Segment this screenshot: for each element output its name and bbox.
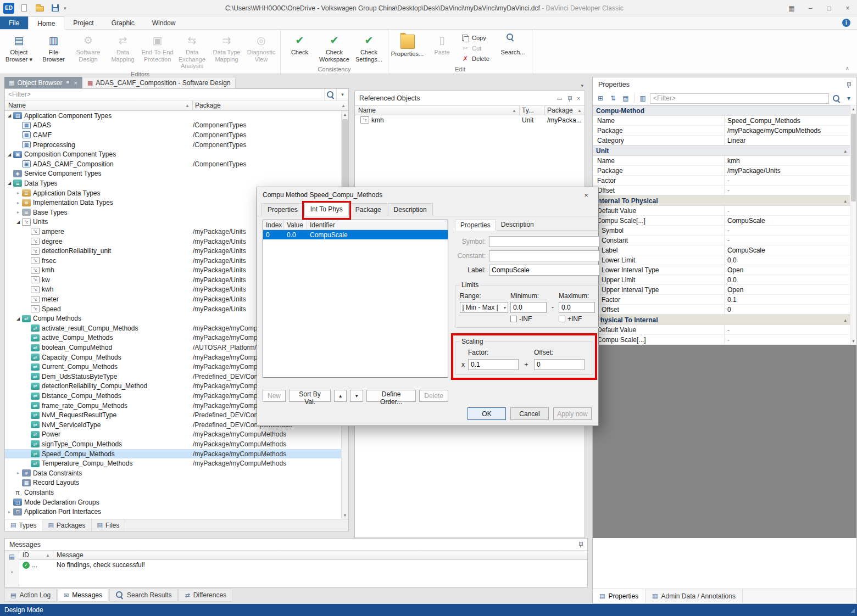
copy-button[interactable]: Copy	[461, 34, 493, 42]
output-tab-differences[interactable]: ⇄Differences	[179, 589, 232, 602]
property-value[interactable]: Linear	[725, 136, 850, 145]
ribbon-tab-file[interactable]: File	[0, 16, 28, 29]
property-value[interactable]: -	[725, 236, 850, 245]
tree-filter-input[interactable]: <Filter>	[5, 89, 324, 100]
minimum-input[interactable]	[510, 302, 547, 313]
maximum-input[interactable]	[559, 302, 595, 313]
scroll-up-icon[interactable]: ▲	[850, 105, 856, 113]
id-column-header[interactable]: ID ▲	[19, 551, 53, 559]
property-value[interactable]: /myPackage/myCompuMethods	[725, 126, 850, 135]
apply-button[interactable]: Apply now	[553, 407, 592, 420]
dialog-tab-int-to-phys[interactable]: Int To Phys	[304, 203, 349, 216]
open-file-icon[interactable]	[34, 3, 45, 14]
tree-item-preprocessing[interactable]: ▦Preprocessing/ComponentTypes	[5, 140, 341, 150]
value-column-header[interactable]: Value	[284, 220, 307, 229]
tree-item-application-component-types[interactable]: ◢▤Application Component Types	[5, 111, 341, 121]
tree-item-composition-component-types[interactable]: ◢▣Composition Component Types	[5, 149, 341, 159]
tree-item-adas-camf-composition[interactable]: ▣ADAS_CAMF_Composition/ComponentTypes	[5, 159, 341, 169]
filter-dropdown-icon[interactable]: ▾	[843, 93, 854, 104]
check-button[interactable]: ✔Check	[282, 31, 317, 57]
ribbon-collapse-icon[interactable]: ∧	[845, 65, 849, 71]
object-browser-button[interactable]: ▤ObjectBrowser ▾	[2, 31, 36, 64]
ref-type-column-header[interactable]: Ty...	[520, 106, 545, 115]
property-category-unit[interactable]: Unit▴	[593, 145, 850, 156]
delete-button[interactable]: Delete	[419, 390, 448, 402]
help-info-icon[interactable]: i	[842, 19, 850, 27]
pin-icon[interactable]	[578, 541, 583, 547]
collapse-toggle-icon[interactable]: ◢	[6, 152, 13, 157]
tree-item-data-constraints[interactable]: ▸#Data Constraints	[5, 468, 341, 478]
ribbon-tab-graphic[interactable]: Graphic	[103, 16, 143, 29]
property-value[interactable]: -	[725, 176, 850, 185]
cut-button[interactable]: ✂Cut	[461, 44, 493, 52]
tree-item-adas[interactable]: ▦ADAS/ComponentTypes	[5, 121, 341, 131]
message-column-header[interactable]: Message	[53, 551, 587, 559]
check-workspace-button[interactable]: ✔CheckWorkspace	[317, 31, 352, 64]
ok-button[interactable]: OK	[468, 407, 506, 420]
message-log-icon[interactable]: ▤	[9, 553, 15, 561]
constant-input[interactable]	[489, 250, 600, 261]
property-category-compu-method[interactable]: Compu-Method	[593, 105, 850, 116]
property-value[interactable]: -	[725, 186, 850, 195]
dialog-title-bar[interactable]: Compu Method Speed_Compu_Methods ×	[257, 187, 598, 203]
detail-tab-properties[interactable]: Properties	[455, 220, 496, 231]
property-value[interactable]: kmh	[725, 156, 850, 165]
property-category-internal-to-physical[interactable]: Internal To Physical▴	[593, 195, 850, 206]
dialog-tab-description[interactable]: Description	[388, 203, 433, 216]
expand-toggle-icon[interactable]: ▸	[6, 509, 13, 514]
maximize-icon[interactable]: □	[820, 0, 838, 16]
property-value[interactable]: Open	[725, 265, 850, 275]
new-file-icon[interactable]	[19, 3, 30, 14]
property-value[interactable]: Open	[725, 285, 850, 294]
output-tab-search-results[interactable]: Search Results	[109, 589, 177, 602]
pin-icon[interactable]	[846, 82, 851, 88]
tree-filter-search-icon[interactable]	[324, 89, 336, 100]
collapse-icon[interactable]: ▴	[844, 198, 847, 204]
filter-search-icon[interactable]	[831, 93, 842, 104]
search-button[interactable]: Search...	[496, 31, 530, 57]
scroll-down-icon[interactable]: ▼	[342, 512, 348, 519]
tree-item-record-layouts[interactable]: ▦Record Layouts	[5, 478, 341, 488]
collapse-toggle-icon[interactable]: ◢	[15, 220, 21, 225]
tree-item-camf[interactable]: ▦CAMF/ComponentTypes	[5, 130, 341, 140]
detail-tab-description[interactable]: Description	[496, 220, 539, 230]
move-up-button[interactable]: ▲	[334, 390, 347, 402]
collapse-icon[interactable]: ▴	[844, 317, 847, 323]
neg-inf-checkbox[interactable]: -INF	[510, 315, 547, 323]
minimize-icon[interactable]: –	[801, 0, 820, 16]
move-down-button[interactable]: ▼	[350, 390, 363, 402]
alphabetical-sort-icon[interactable]: ⇅	[608, 93, 619, 104]
float-window-icon[interactable]: ▭	[557, 96, 562, 102]
index-column-header[interactable]: Index	[263, 220, 284, 229]
panel-tab-properties[interactable]: ▤Properties	[593, 589, 645, 603]
new-button[interactable]: New	[263, 390, 286, 402]
property-value[interactable]: 0	[725, 305, 850, 314]
dialog-tab-properties[interactable]: Properties	[261, 203, 304, 216]
scroll-track[interactable]	[850, 113, 856, 338]
panel-tab-admin-data-annotations[interactable]: ▤Admin Data / Annotations	[645, 589, 743, 603]
tree-item-speed-compu-methods[interactable]: ⇌Speed_Compu_Methods/myPackage/myCompuMe…	[5, 449, 341, 459]
property-value[interactable]: CompuScale	[725, 216, 850, 225]
expand-toggle-icon[interactable]: ▸	[15, 471, 21, 475]
layout-icon[interactable]: ▦	[782, 0, 801, 16]
property-category-physical-to-internal[interactable]: Physical To Internal▴	[593, 315, 850, 325]
resize-grip-icon[interactable]: ◢	[850, 607, 855, 613]
tree-item-signtype-compu-methods[interactable]: ⇌signType_Compu_Methods/myPackage/myComp…	[5, 439, 341, 449]
document-list-dropdown-icon[interactable]: ▾	[581, 83, 587, 88]
expand-row-icon[interactable]: ›	[11, 568, 13, 575]
show-all-icon[interactable]: ▤	[620, 93, 631, 104]
view-tab-files[interactable]: ▤Files	[92, 519, 126, 531]
message-row[interactable]: ✓...No findings, check successful!	[19, 560, 587, 570]
scroll-up-icon[interactable]: ▲	[342, 111, 348, 118]
symbol-input[interactable]	[489, 236, 600, 247]
tree-item-power[interactable]: ⇌Power/myPackage/myCompuMethods	[5, 430, 341, 440]
package-column-header[interactable]: Package ▲	[193, 100, 348, 110]
property-value[interactable]: -	[725, 335, 850, 344]
collapse-toggle-icon[interactable]: ◢	[6, 113, 13, 118]
collapse-icon[interactable]: ▴	[844, 148, 847, 154]
range-select[interactable]: ] Min - Max [ ▾	[460, 302, 508, 313]
label-input[interactable]	[489, 265, 600, 276]
tree-item-constants[interactable]: πConstants	[5, 488, 341, 497]
property-value[interactable]: -	[725, 206, 850, 215]
expand-toggle-icon[interactable]: ▸	[15, 200, 21, 205]
